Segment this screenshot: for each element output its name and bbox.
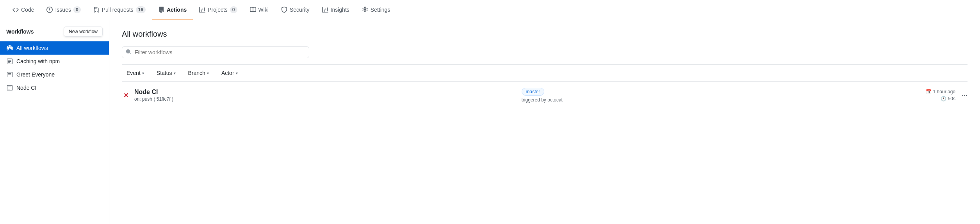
tab-issues-label: Issues [55,7,71,13]
workflow-on-label: on: [134,96,142,102]
clock-icon: 🕐 [941,96,946,101]
tab-code-label: Code [21,7,34,13]
tab-actions-label: Actions [167,7,187,13]
wiki-icon [250,7,256,13]
tab-projects[interactable]: Projects 0 [193,0,243,20]
workflow-info: Node CI on: push ( 51ffc7f ) [134,89,522,102]
settings-icon [362,7,368,13]
top-nav: Code Issues 0 Pull requests 16 Actions [0,0,980,20]
event-chevron-icon: ▾ [142,71,144,75]
sidebar-header: Workflows New workflow [0,27,109,41]
tab-issues[interactable]: Issues 0 [40,0,87,20]
filter-container [122,46,968,58]
tab-pr-label: Pull requests [102,7,134,13]
tab-settings[interactable]: Settings [356,0,397,20]
sidebar: Workflows New workflow All workflows Cac… [0,20,109,224]
tab-insights-label: Insights [331,7,349,13]
broadcast-icon [6,44,13,52]
sidebar-item-all-workflows-label: All workflows [16,45,48,51]
main-layout: Workflows New workflow All workflows Cac… [0,20,980,224]
tab-insights[interactable]: Insights [316,0,356,20]
workflow-commit-paren-close: ) [172,96,173,102]
status-filter-button[interactable]: Status ▾ [152,68,180,78]
event-filter-label: Event [127,70,141,76]
status-filter-label: Status [157,70,172,76]
sidebar-item-caching-with-npm[interactable]: Caching with npm [0,55,109,68]
duration: 50s [948,96,955,101]
workflow-branch-area: master triggered by octocat [522,88,909,103]
issues-icon [46,7,53,13]
status-chevron-icon: ▾ [174,71,176,75]
sidebar-title: Workflows [6,28,34,35]
search-icon [126,49,131,56]
tab-pull-requests[interactable]: Pull requests 16 [87,0,152,20]
new-workflow-wrap: New workflow [64,27,103,37]
workflow-name[interactable]: Node CI [134,89,522,96]
tab-projects-label: Projects [208,7,228,13]
pr-badge: 16 [136,6,146,13]
sidebar-item-node-ci[interactable]: Node CI [0,81,109,94]
pr-icon [93,7,100,13]
workflow-icon-1 [6,58,13,65]
tab-security[interactable]: Security [275,0,316,20]
branch-badge[interactable]: master [522,88,545,96]
projects-badge: 0 [230,6,237,13]
workflow-icon-2 [6,71,13,78]
issues-badge: 0 [73,6,81,13]
workflow-commit-paren-open: ( [153,96,155,102]
page-title: All workflows [122,30,968,39]
actor-filter-label: Actor [221,70,234,76]
time-ago: 1 hour ago [933,89,955,94]
code-icon [12,7,19,13]
table-row: ✕ Node CI on: push ( 51ffc7f ) master tr… [122,82,968,109]
main-content: All workflows Event ▾ Status ▾ [109,20,980,224]
filter-bar: Event ▾ Status ▾ Branch ▾ Actor ▾ [122,64,968,82]
branch-filter-label: Branch [188,70,205,76]
sidebar-item-all-workflows[interactable]: All workflows [0,41,109,55]
workflow-meta: on: push ( 51ffc7f ) [134,96,522,102]
tab-security-label: Security [290,7,310,13]
tab-wiki[interactable]: Wiki [244,0,275,20]
event-filter-button[interactable]: Event ▾ [122,68,149,78]
tab-actions[interactable]: Actions [152,0,193,20]
workflow-icon-3 [6,84,13,91]
projects-icon [199,7,205,13]
tab-code[interactable]: Code [6,0,40,20]
workflow-trigger: push [142,96,152,102]
triggered-by: triggered by octocat [522,97,563,103]
actor-filter-button[interactable]: Actor ▾ [217,68,242,78]
branch-chevron-icon: ▾ [207,71,209,75]
new-workflow-button[interactable]: New workflow [64,27,103,37]
tab-settings-label: Settings [371,7,390,13]
sidebar-item-caching-label: Caching with npm [16,58,60,64]
filter-workflows-input[interactable] [122,46,309,58]
calendar-icon: 📅 [926,89,932,94]
duration-row: 🕐 50s [941,96,955,101]
workflow-commit: 51ffc7f [157,96,171,102]
branch-filter-button[interactable]: Branch ▾ [184,68,214,78]
workflow-more-options-button[interactable]: ··· [962,91,968,100]
workflow-time-area: 📅 1 hour ago 🕐 50s [909,89,955,101]
actions-icon [158,7,164,13]
sidebar-item-nodeci-label: Node CI [16,85,36,91]
sidebar-item-greet-label: Greet Everyone [16,71,55,78]
tab-wiki-label: Wiki [258,7,269,13]
insights-icon [322,7,328,13]
status-fail-icon: ✕ [122,91,130,99]
filter-input-wrap [122,46,309,58]
sidebar-item-greet-everyone[interactable]: Greet Everyone [0,68,109,81]
security-icon [281,7,287,13]
actor-chevron-icon: ▾ [236,71,238,75]
time-row: 📅 1 hour ago [926,89,955,94]
